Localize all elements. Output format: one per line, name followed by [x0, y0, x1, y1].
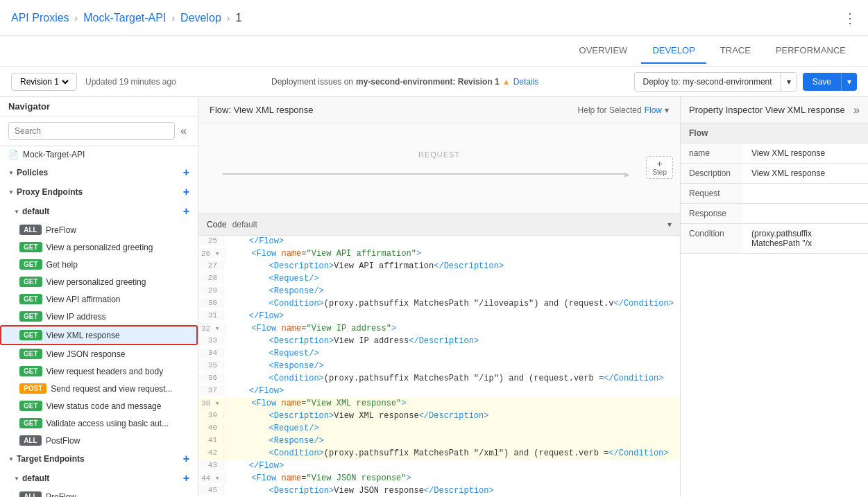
post-badge: POST	[19, 383, 46, 394]
sidebar-section-proxy-endpoints[interactable]: ▼ Proxy Endpoints +	[0, 182, 198, 202]
save-label[interactable]: Save	[803, 73, 841, 91]
tab-develop[interactable]: DEVELOP	[641, 38, 706, 64]
sidebar-section-target-endpoints[interactable]: ▼ Target Endpoints +	[0, 449, 198, 469]
line-content-36: <Condition>(proxy.pathsuffix MatchesPath…	[223, 373, 680, 384]
line-content-29: <Response/>	[223, 286, 680, 297]
code-line-39: 39 <Description>View XML response</Descr…	[198, 410, 680, 423]
line-num-27: 27	[198, 261, 223, 270]
line-content-28: <Request/>	[223, 273, 680, 284]
tab-overview[interactable]: OVERVIEW	[568, 38, 639, 64]
property-inspector-expand[interactable]: »	[853, 104, 860, 116]
property-inspector-title: Property Inspector View XML response	[689, 105, 845, 115]
deploy-arrow-icon[interactable]: ▾	[781, 73, 797, 91]
default-add-button[interactable]: +	[183, 205, 189, 218]
breadcrumb-revision-num: 1	[235, 12, 241, 24]
target-default-add-button[interactable]: +	[183, 472, 189, 485]
save-button[interactable]: Save ▾	[803, 73, 857, 91]
sidebar-item-mock-target-api[interactable]: 📄 Mock-Target-API	[0, 146, 198, 163]
target-endpoints-triangle: ▼	[8, 456, 14, 462]
sidebar-item-get-help[interactable]: GET Get help	[0, 256, 198, 273]
code-line-27: 27 <Description>View API affirmation</De…	[198, 261, 680, 273]
deploy-button[interactable]: Deploy to: my-second-environment ▾	[634, 72, 797, 91]
code-line-37: 37 </Flow>	[198, 385, 680, 398]
line-num-28: 28	[198, 273, 223, 283]
sidebar-item-view-request-headers[interactable]: GET View request headers and body	[0, 363, 198, 380]
request-value[interactable]	[743, 184, 868, 204]
help-for-selected-label: Help for Selected	[578, 105, 642, 115]
details-link[interactable]: Details	[513, 77, 539, 87]
sidebar-header: Navigator	[8, 101, 50, 112]
sidebar-item-view-json-response[interactable]: GET View JSON response	[0, 345, 198, 363]
all-badge: ALL	[19, 225, 42, 235]
right-panel: Property Inspector View XML response » F…	[681, 97, 868, 497]
line-num-44[interactable]: 44 ▾	[198, 473, 225, 483]
get-badge: GET	[19, 277, 42, 287]
response-key: Response	[681, 204, 743, 224]
proxy-endpoints-add-button[interactable]: +	[183, 186, 189, 198]
sidebar-section-policies[interactable]: ▼ Policies +	[0, 163, 198, 182]
line-num-26[interactable]: 26 ▾	[198, 248, 225, 259]
view-api-affirmation-label: View API affirmation	[46, 295, 121, 304]
condition-value[interactable]: (proxy.pathsuffix MatchesPath "/x	[743, 224, 868, 254]
sidebar-item-view-personalized-greeting[interactable]: GET View personalized greeting	[0, 273, 198, 290]
target-endpoints-add-button[interactable]: +	[183, 453, 189, 465]
more-options-icon[interactable]: ⋮	[843, 10, 857, 26]
code-expand-icon[interactable]: ▾	[667, 220, 672, 229]
code-line-45: 45 <Description>View JSON response</Desc…	[198, 485, 680, 497]
sidebar-item-validate-access[interactable]: GET Validate access using basic aut...	[0, 415, 198, 432]
sidebar-item-view-api-affirmation[interactable]: GET View API affirmation	[0, 290, 198, 308]
line-num-31: 31	[198, 311, 223, 320]
code-line-42: 42 <Condition>(proxy.pathsuffix MatchesP…	[198, 448, 680, 460]
sidebar-item-view-status-code[interactable]: GET View status code and message	[0, 397, 198, 415]
sidebar-item-send-request[interactable]: POST Send request and view request...	[0, 380, 198, 397]
toolbar-right: Deploy to: my-second-environment ▾ Save …	[634, 72, 857, 91]
line-num-38[interactable]: 38 ▾	[198, 398, 225, 408]
line-num-32[interactable]: 32 ▾	[198, 323, 225, 333]
sidebar-subsection-target-default[interactable]: ▼ default +	[0, 469, 198, 488]
sidebar-subsection-default[interactable]: ▼ default +	[0, 202, 198, 221]
description-key: Description	[681, 164, 743, 184]
breadcrumb-develop[interactable]: Develop	[180, 12, 221, 24]
breadcrumb-api-proxies[interactable]: API Proxies	[11, 12, 69, 24]
code-editor[interactable]: 25 </Flow> 26 ▾ <Flow name="View API aff…	[198, 236, 680, 497]
sidebar-item-view-personalized-greeting-a[interactable]: GET View a personalized greeting	[0, 238, 198, 256]
deploy-main-label[interactable]: Deploy to: my-second-environment	[635, 73, 781, 91]
name-value[interactable]: View XML response	[743, 143, 868, 164]
revision-select[interactable]: Revision 1 Revision 2	[11, 73, 77, 91]
line-content-45: <Description>View JSON response</Descrip…	[223, 485, 680, 496]
breadcrumb-sep-1: ›	[75, 12, 78, 24]
view-status-code-label: View status code and message	[46, 401, 162, 411]
help-expand-icon[interactable]: ▾	[665, 105, 669, 115]
tab-trace[interactable]: TRACE	[709, 38, 762, 64]
revision-dropdown[interactable]: Revision 1 Revision 2	[17, 76, 71, 87]
sidebar-item-view-ip-address[interactable]: GET View IP address	[0, 308, 198, 325]
center-panel: Flow: View XML response Help for Selecte…	[198, 97, 681, 497]
policies-add-button[interactable]: +	[183, 166, 189, 179]
flow-canvas: REQUEST ▶ + Step	[198, 123, 680, 213]
sidebar-item-target-preflow[interactable]: ALL PreFlow	[0, 488, 198, 497]
line-num-39: 39	[198, 410, 223, 420]
line-num-41: 41	[198, 435, 223, 445]
sidebar-item-view-xml-response[interactable]: GET View XML response	[0, 325, 198, 345]
target-preflow-label: PreFlow	[46, 492, 76, 498]
code-header: Code default ▾	[198, 213, 680, 236]
get-badge: GET	[19, 259, 42, 270]
property-request-row: Request	[681, 184, 868, 204]
request-label: REQUEST	[418, 150, 460, 159]
flow-link[interactable]: Flow	[645, 105, 662, 115]
sidebar-item-preflow[interactable]: ALL PreFlow	[0, 221, 198, 238]
line-content-42: <Condition>(proxy.pathsuffix MatchesPath…	[223, 448, 680, 459]
sidebar-collapse-button[interactable]: «	[178, 125, 189, 137]
response-value[interactable]	[743, 204, 868, 224]
breadcrumb-mock-target[interactable]: Mock-Target-API	[83, 12, 166, 24]
tab-performance[interactable]: PERFORMANCE	[765, 38, 857, 64]
add-step-button[interactable]: + Step	[646, 156, 673, 179]
search-input[interactable]	[8, 122, 175, 140]
line-num-29: 29	[198, 286, 223, 295]
sidebar-item-postflow[interactable]: ALL PostFlow	[0, 432, 198, 449]
description-value[interactable]: View XML response	[743, 164, 868, 184]
top-header: API Proxies › Mock-Target-API › Develop …	[0, 0, 868, 36]
code-line-28: 28 <Request/>	[198, 273, 680, 286]
code-line-29: 29 <Response/>	[198, 286, 680, 298]
save-arrow-icon[interactable]: ▾	[841, 73, 857, 91]
